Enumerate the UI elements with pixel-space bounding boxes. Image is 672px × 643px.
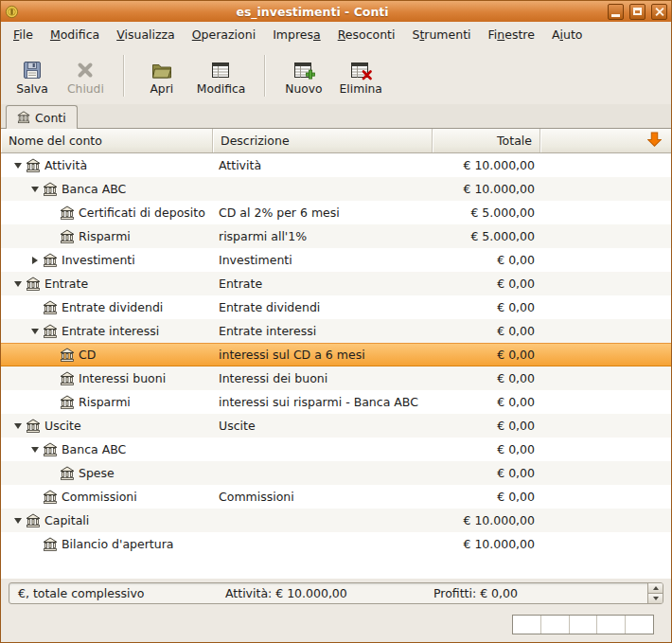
- menu-item-resoconti[interactable]: Resoconti: [329, 23, 404, 46]
- bank-icon: [26, 277, 41, 292]
- account-name: Entrate dividendi: [62, 300, 163, 314]
- column-header-filler: [540, 129, 671, 152]
- menu-item-visualizza[interactable]: Visualizza: [108, 23, 184, 46]
- account-name-cell: Banca ABC: [1, 442, 213, 457]
- account-description: Uscite: [213, 419, 433, 433]
- salva-button[interactable]: Salva: [7, 51, 58, 100]
- account-row[interactable]: Banca ABC€ 10.000,00: [1, 177, 671, 201]
- menu-item-operazioni[interactable]: Operazioni: [184, 23, 264, 46]
- expander-expanded-icon[interactable]: [27, 187, 43, 192]
- account-total: € 5.000,00: [433, 205, 540, 220]
- toolbar-button-label: Elimina: [340, 82, 382, 96]
- toolbar-button-label: Chiudi: [67, 82, 104, 96]
- column-header-name[interactable]: Nome del conto: [1, 129, 213, 152]
- close-button[interactable]: [651, 4, 667, 20]
- menu-item-aiuto[interactable]: Aiuto: [543, 23, 592, 46]
- menu-item-impresa[interactable]: Impresa: [264, 23, 329, 46]
- account-row[interactable]: Risparmiinteressi sui risparmi - Banca A…: [1, 390, 671, 414]
- tab-label: Conti: [35, 111, 66, 125]
- expander-expanded-icon[interactable]: [10, 281, 26, 287]
- chiudi-button[interactable]: Chiudi: [60, 51, 112, 100]
- bank-icon: [60, 348, 75, 363]
- account-name: Spese: [79, 466, 115, 480]
- menu-item-file[interactable]: File: [5, 23, 42, 46]
- column-header-total[interactable]: Totale: [433, 129, 540, 152]
- column-header-description[interactable]: Descrizione: [213, 129, 433, 152]
- account-name-cell: Interessi buoni: [1, 371, 213, 386]
- expander-expanded-icon[interactable]: [10, 518, 26, 524]
- account-total: € 0,00: [433, 490, 540, 504]
- expander-expanded-icon[interactable]: [10, 423, 26, 429]
- menu-item-modifica[interactable]: Modifica: [42, 23, 108, 46]
- bank-icon: [43, 300, 58, 315]
- account-description: Interessi dei buoni: [213, 371, 433, 385]
- account-name: Uscite: [44, 419, 81, 433]
- account-name: Entrate: [44, 277, 88, 291]
- summary-spinner-down-button[interactable]: [648, 593, 663, 603]
- close-icon: [654, 7, 664, 17]
- expander-expanded-icon[interactable]: [27, 329, 43, 334]
- toolbar: SalvaChiudiApriModificaNuovoElimina: [1, 47, 671, 104]
- account-total: € 0,00: [433, 300, 540, 314]
- bank-icon: [26, 158, 41, 173]
- toolbar-button-label: Apri: [150, 82, 173, 96]
- elimina-button[interactable]: Elimina: [332, 51, 390, 100]
- account-total: € 0,00: [433, 253, 540, 267]
- account-name-cell: Certificati di deposito: [1, 205, 213, 221]
- account-name-cell: Uscite: [1, 419, 213, 434]
- open-folder-icon: [150, 57, 173, 81]
- minimize-button[interactable]: [608, 4, 624, 20]
- account-description: risparmi all'1%: [213, 229, 433, 243]
- close-x-icon: [74, 57, 97, 81]
- account-row[interactable]: CommissioniCommissioni€ 0,00: [1, 485, 671, 509]
- account-description: Entrate: [213, 277, 433, 291]
- account-total: € 10.000,00: [433, 158, 540, 172]
- account-row[interactable]: Interessi buoniInteressi dei buoni€ 0,00: [1, 366, 671, 390]
- chevron-up-icon: [653, 586, 659, 590]
- expander-collapsed-icon[interactable]: [27, 257, 43, 264]
- summary-bar: €, totale complessivo Attività: € 10.000…: [1, 579, 671, 607]
- account-name-cell: Entrate interessi: [1, 324, 213, 339]
- account-row[interactable]: Banca ABC€ 0,00: [1, 438, 671, 461]
- account-name: Attività: [44, 158, 87, 172]
- summary-profits: Profitti: € 0,00: [433, 586, 518, 600]
- maximize-button[interactable]: [629, 4, 645, 20]
- account-name: Entrate interessi: [62, 324, 159, 338]
- gnucash-window: es_investimenti - Conti FileModificaVisu…: [0, 0, 672, 643]
- accounts-table-header: Nome del conto Descrizione Totale: [1, 129, 671, 153]
- nuovo-button[interactable]: Nuovo: [277, 51, 329, 100]
- summary-spinner-up-button[interactable]: [648, 583, 663, 593]
- account-row[interactable]: Capitali€ 10.000,00: [1, 509, 671, 532]
- account-row[interactable]: Entrate interessiEntrate interessi€ 0,00: [1, 319, 671, 343]
- apri-button[interactable]: Apri: [136, 51, 187, 100]
- column-header-name-label: Nome del conto: [9, 134, 102, 148]
- bank-icon: [60, 229, 75, 244]
- account-row[interactable]: Spese€ 0,00: [1, 461, 671, 485]
- account-row[interactable]: Certificati di depositoCD al 2% per 6 me…: [1, 201, 671, 224]
- window-title: es_investimenti - Conti: [23, 5, 602, 19]
- expander-expanded-icon[interactable]: [27, 447, 43, 453]
- account-total: € 0,00: [433, 371, 540, 385]
- sort-descending-icon[interactable]: [647, 132, 662, 150]
- account-row[interactable]: EntrateEntrate€ 0,00: [1, 272, 671, 295]
- bank-icon: [60, 205, 75, 221]
- account-name: Bilancio d'apertura: [62, 537, 174, 551]
- account-row[interactable]: InvestimentiInvestimenti€ 0,00: [1, 248, 671, 272]
- account-row[interactable]: Risparmirisparmi all'1%€ 5.000,00: [1, 224, 671, 248]
- account-name: Interessi buoni: [79, 371, 166, 385]
- account-row[interactable]: Entrate dividendiEntrate dividendi€ 0,00: [1, 295, 671, 319]
- account-row[interactable]: AttivitàAttività€ 10.000,00: [1, 153, 671, 177]
- account-description: Investimenti: [213, 253, 433, 267]
- account-row[interactable]: Bilancio d'apertura€ 10.000,00: [1, 532, 671, 556]
- account-total: € 0,00: [433, 324, 540, 338]
- menu-item-strumenti[interactable]: Strumenti: [403, 23, 479, 46]
- account-row[interactable]: CDinteressi sul CD a 6 mesi€ 0,00: [1, 343, 671, 366]
- tab-conti[interactable]: Conti: [6, 105, 78, 129]
- account-name: Risparmi: [79, 395, 131, 409]
- save-icon: [21, 57, 44, 81]
- menu-item-finestre[interactable]: Finestre: [480, 23, 543, 46]
- account-row[interactable]: UsciteUscite€ 0,00: [1, 414, 671, 438]
- modifica-button[interactable]: Modifica: [189, 51, 253, 100]
- titlebar[interactable]: es_investimenti - Conti: [1, 1, 671, 22]
- expander-expanded-icon[interactable]: [10, 163, 26, 169]
